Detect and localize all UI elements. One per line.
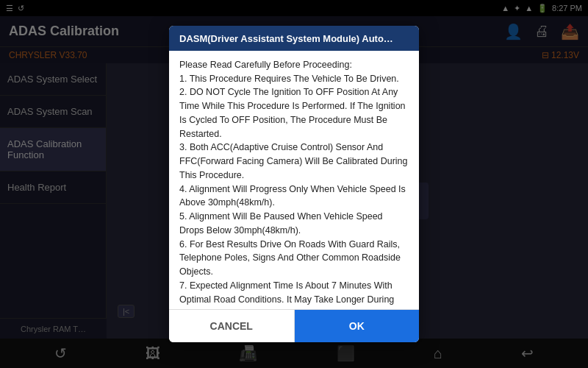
modal-title: DASM(Driver Assistant System Module) Aut…	[179, 33, 393, 44]
cancel-button[interactable]: CANCEL	[169, 310, 295, 342]
modal-dialog: DASM(Driver Assistant System Module) Aut…	[169, 26, 419, 342]
ok-button[interactable]: OK	[295, 310, 420, 342]
modal-body-text: Please Read Carefully Before Proceeding:…	[179, 60, 408, 309]
modal-overlay: DASM(Driver Assistant System Module) Aut…	[0, 0, 588, 368]
modal-body: Please Read Carefully Before Proceeding:…	[169, 51, 419, 309]
modal-footer: CANCEL OK	[169, 309, 419, 342]
modal-header: DASM(Driver Assistant System Module) Aut…	[169, 26, 419, 51]
